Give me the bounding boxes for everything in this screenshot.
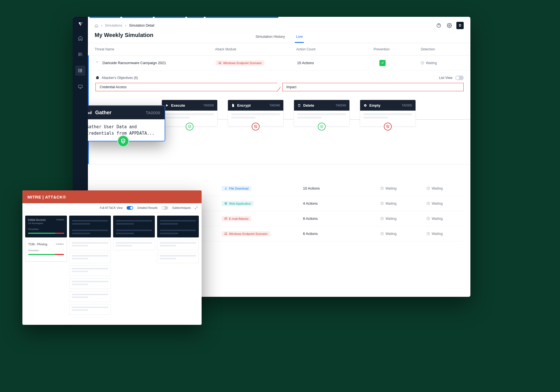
list-view-toggle[interactable] xyxy=(455,76,464,80)
mitre-toolbar: Full ATT&CK View Detailed Results Subtec… xyxy=(22,203,202,213)
breadcrumb-simulations[interactable]: Simulations xyxy=(105,24,122,27)
topbar-actions: D xyxy=(435,22,464,29)
prevention-status: Waiting xyxy=(365,186,412,190)
caret-up-icon[interactable]: ⌃ xyxy=(95,61,99,65)
sidebar-library[interactable] xyxy=(75,49,85,59)
list-item-placeholder xyxy=(69,240,111,250)
flow-section: Gather TA0006 Gather User Data and Crede… xyxy=(89,100,470,164)
breadcrumb-current: Simulation Detail xyxy=(129,24,154,27)
prevention-status: Waiting xyxy=(365,232,412,236)
list-item-placeholder xyxy=(69,265,111,276)
sidebar-monitor[interactable] xyxy=(75,82,85,92)
list-item-placeholder xyxy=(157,240,199,250)
threat-name: Darkside Ransomware Campaign 2021 xyxy=(102,61,166,65)
list-item-placeholder xyxy=(113,240,155,250)
svg-rect-3 xyxy=(78,85,82,88)
module-tag: File Download xyxy=(222,186,251,191)
globe-icon xyxy=(224,202,227,205)
laptop-icon xyxy=(218,61,221,64)
action-count: 6 Actions xyxy=(303,232,365,236)
svg-rect-20 xyxy=(225,233,227,234)
breadcrumb: › Simulations › Simulation Detail xyxy=(95,24,154,27)
view-tabs: Simulation History Live xyxy=(88,32,470,43)
topbar: › Simulations › Simulation Detail D xyxy=(88,18,470,29)
list-item-placeholder xyxy=(69,304,111,315)
mitre-card-phishing[interactable]: T156 - Phising3 Action Prevention xyxy=(25,240,67,262)
status-badge-red xyxy=(252,123,260,130)
action-count: 15 Actions xyxy=(297,61,359,65)
mitre-brand: MITRE | ATT&CK® xyxy=(22,190,202,203)
module-tag: Web Application xyxy=(222,201,254,206)
table-row[interactable]: ⌃ Darkside Ransomware Campaign 2021 Wind… xyxy=(89,55,470,71)
mitre-card-initial-access[interactable]: Initial Access3 Action 1/9 Techniques Pr… xyxy=(25,216,67,237)
app-logo: ⧨ xyxy=(78,21,83,27)
expanded-row: ⌃ Darkside Ransomware Campaign 2021 Wind… xyxy=(88,55,470,164)
detection-status: Waiting xyxy=(412,232,457,236)
status-badge-red xyxy=(384,123,392,130)
action-count: 10 Actions xyxy=(303,186,365,190)
settings-button[interactable] xyxy=(446,22,453,29)
col-module: Attack Module xyxy=(215,47,296,51)
mitre-card-placeholder[interactable] xyxy=(157,216,199,237)
detailed-toggle[interactable] xyxy=(162,206,168,210)
avatar[interactable]: D xyxy=(456,22,464,29)
action-count: 8 Actions xyxy=(303,216,365,221)
sidebar-list[interactable] xyxy=(75,66,85,76)
module-tag: Windows Endpoint Scenario xyxy=(222,231,270,236)
mitre-card-placeholder[interactable] xyxy=(113,216,155,237)
svg-rect-6 xyxy=(219,62,221,63)
objectives-label: Attacker's Objectives (6) xyxy=(102,76,138,80)
subtechniques-label: Subtechniques xyxy=(172,206,191,209)
module-tag: E-mail Attacks xyxy=(222,216,251,221)
objective-chip[interactable]: Credential Access xyxy=(95,83,277,91)
tab-history[interactable]: Simulation History xyxy=(255,32,286,43)
tab-live[interactable]: Live xyxy=(295,32,304,43)
svg-point-11 xyxy=(365,105,366,106)
detection-status: Waiting xyxy=(412,202,457,206)
download-icon xyxy=(224,187,227,190)
svg-point-2 xyxy=(79,72,79,72)
chevron-right-icon: › xyxy=(101,24,102,27)
svg-point-0 xyxy=(79,69,79,70)
action-count: 4 Actions xyxy=(303,201,365,206)
list-item-placeholder xyxy=(69,253,111,263)
glasses-icon xyxy=(88,109,92,116)
skull-icon xyxy=(95,76,99,80)
col-threat: Threat Name xyxy=(95,47,215,51)
laptop-icon xyxy=(224,232,227,235)
list-item-placeholder xyxy=(69,278,111,289)
mitre-window: MITRE | ATT&CK® Full ATT&CK View Detaile… xyxy=(22,190,202,325)
col-actions: Action Count xyxy=(296,47,358,51)
shield-ok-icon xyxy=(379,60,386,66)
status-badge-green xyxy=(318,123,326,130)
prevention-status: Waiting xyxy=(365,217,412,221)
svg-point-8 xyxy=(88,112,89,114)
expand-icon[interactable] xyxy=(195,206,198,209)
module-tag: Windows Endpoint Scenario xyxy=(216,60,264,66)
chevron-right-icon: › xyxy=(125,24,126,27)
prevention-status: Waiting xyxy=(365,202,412,206)
list-item-placeholder xyxy=(157,253,199,263)
full-view-label: Full ATT&CK View xyxy=(100,206,123,209)
svg-point-5 xyxy=(449,25,450,26)
detection-status: Waiting xyxy=(412,217,457,221)
col-detection: Detection xyxy=(405,47,450,51)
detection-status: Waiting xyxy=(406,61,451,65)
mitre-card-placeholder[interactable] xyxy=(69,216,111,237)
sidebar-home[interactable] xyxy=(75,33,85,43)
objective-chip[interactable]: Impact xyxy=(282,83,464,91)
help-button[interactable] xyxy=(435,22,442,29)
svg-point-9 xyxy=(90,112,92,114)
col-prevention: Prevention xyxy=(358,47,405,51)
home-icon[interactable] xyxy=(95,24,98,27)
detection-status: Waiting xyxy=(412,186,457,190)
gather-card[interactable]: Gather TA0006 Gather User Data and Crede… xyxy=(88,105,165,141)
svg-point-1 xyxy=(79,70,79,71)
list-view-label: List View xyxy=(439,76,452,80)
list-item-placeholder xyxy=(69,291,111,302)
mail-icon xyxy=(224,217,227,220)
shield-ok-badge xyxy=(117,135,129,147)
status-badge-green xyxy=(186,123,193,130)
objectives-section: Attacker's Objectives (6) List View Cred… xyxy=(89,71,470,91)
full-view-toggle[interactable] xyxy=(127,206,133,210)
